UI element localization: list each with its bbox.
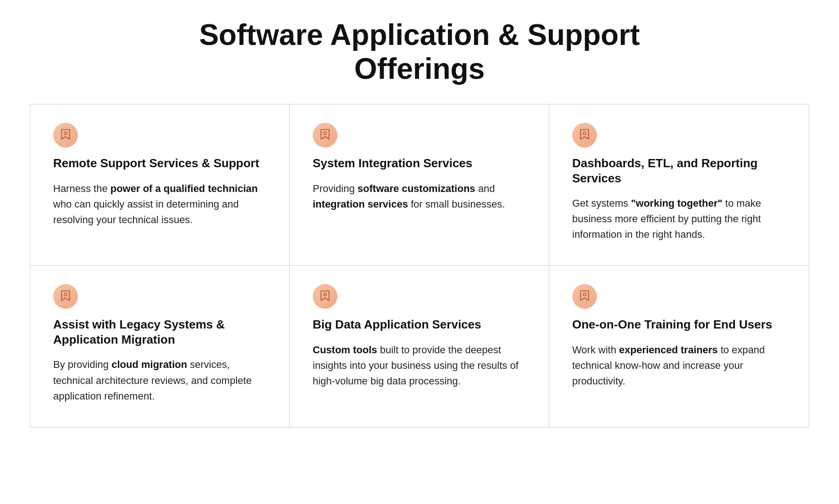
dashboards-etl-title: Dashboards, ETL, and Reporting Services xyxy=(572,156,786,186)
one-on-one-training-body: Work with experienced trainers to expand… xyxy=(572,342,786,389)
svg-point-0 xyxy=(64,132,67,135)
big-data-icon xyxy=(313,284,337,309)
svg-point-3 xyxy=(64,293,67,296)
remote-support-title: Remote Support Services & Support xyxy=(53,156,266,171)
remote-support-icon xyxy=(53,123,78,148)
cell-one-on-one-training: One-on-One Training for End UsersWork wi… xyxy=(549,266,809,427)
dashboards-etl-icon xyxy=(572,123,597,148)
cell-dashboards-etl: Dashboards, ETL, and Reporting ServicesG… xyxy=(549,104,809,266)
svg-point-4 xyxy=(324,293,326,296)
offerings-grid: Remote Support Services & SupportHarness… xyxy=(30,104,809,427)
system-integration-icon xyxy=(313,123,337,148)
legacy-systems-title: Assist with Legacy Systems & Application… xyxy=(53,317,266,347)
system-integration-title: System Integration Services xyxy=(313,156,526,171)
cell-big-data: Big Data Application ServicesCustom tool… xyxy=(290,266,549,427)
one-on-one-training-icon xyxy=(572,284,597,309)
remote-support-body: Harness the power of a qualified technic… xyxy=(53,181,266,228)
dashboards-etl-body: Get systems "working together" to make b… xyxy=(572,196,786,242)
legacy-systems-icon xyxy=(53,284,78,309)
big-data-title: Big Data Application Services xyxy=(313,317,526,332)
one-on-one-training-title: One-on-One Training for End Users xyxy=(572,317,786,332)
system-integration-body: Providing software customizations and in… xyxy=(313,181,526,212)
svg-point-2 xyxy=(583,132,586,135)
cell-legacy-systems: Assist with Legacy Systems & Application… xyxy=(30,266,290,427)
big-data-body: Custom tools built to provide the deepes… xyxy=(313,342,526,389)
page-title: Software Application & SupportOfferings xyxy=(199,18,640,86)
cell-system-integration: System Integration ServicesProviding sof… xyxy=(290,104,549,266)
legacy-systems-body: By providing cloud migration services, t… xyxy=(53,357,266,404)
svg-point-5 xyxy=(583,293,586,296)
cell-remote-support: Remote Support Services & SupportHarness… xyxy=(30,104,290,266)
svg-point-1 xyxy=(324,132,326,135)
